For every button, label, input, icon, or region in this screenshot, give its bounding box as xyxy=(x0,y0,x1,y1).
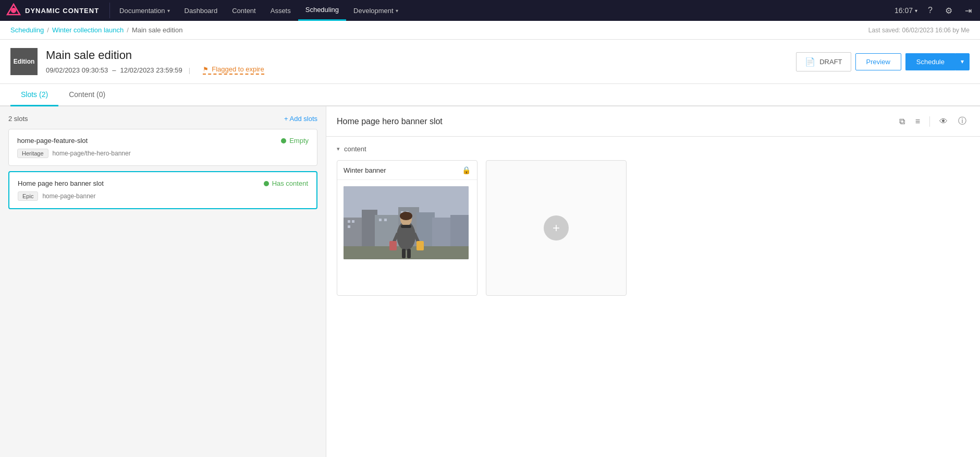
nav-item-content[interactable]: Content xyxy=(225,0,263,21)
right-panel: Home page hero banner slot ⧉ ≡ 👁 ⓘ ▾ con… xyxy=(326,106,980,457)
list-icon-button[interactable]: ≡ xyxy=(912,115,923,128)
slot-status-label: Empty xyxy=(289,137,309,145)
date-end: 12/02/2023 23:59:59 xyxy=(120,66,182,74)
status-indicator xyxy=(264,181,269,186)
svg-rect-12 xyxy=(348,225,350,228)
content-section-label: content xyxy=(344,145,366,153)
slot-status: Empty xyxy=(281,137,309,145)
schedule-button[interactable]: Schedule xyxy=(905,53,955,70)
right-panel-actions: ⧉ ≡ 👁 ⓘ xyxy=(896,114,970,129)
content-collapse-header[interactable]: ▾ content xyxy=(337,145,970,153)
chevron-down-icon: ▾ xyxy=(915,8,917,14)
slot-path: home-page/the-hero-banner xyxy=(53,150,131,157)
brand: DYNAMIC CONTENT xyxy=(6,3,99,18)
slot-status-label: Has content xyxy=(272,179,308,187)
breadcrumb-separator: / xyxy=(127,26,129,34)
content-card-header: Winter banner 🔒 xyxy=(337,161,477,180)
svg-point-1 xyxy=(11,8,16,13)
lock-icon: 🔒 xyxy=(462,166,471,174)
slots-header: 2 slots + Add slots xyxy=(8,115,317,123)
nav-divider xyxy=(109,3,110,18)
last-saved-text: Last saved: 06/02/2023 16:06 by Me xyxy=(868,27,970,34)
svg-rect-10 xyxy=(348,220,350,223)
chevron-down-icon: ▾ xyxy=(167,8,170,14)
page-title: Main sale edition xyxy=(46,49,796,62)
brand-name: DYNAMIC CONTENT xyxy=(25,7,99,15)
add-content-button[interactable]: + xyxy=(544,215,569,240)
content-section: ▾ content Winter banner 🔒 xyxy=(326,137,980,304)
slot-card-header: Home page hero banner slot Has content xyxy=(18,179,308,187)
content-card-winter-banner[interactable]: Winter banner 🔒 xyxy=(337,160,477,296)
copy-icon-button[interactable]: ⧉ xyxy=(896,115,908,128)
nav-item-documentation[interactable]: Documentation ▾ xyxy=(112,0,177,21)
svg-rect-14 xyxy=(384,219,387,221)
top-navigation: DYNAMIC CONTENT Documentation ▾ Dashboar… xyxy=(0,0,980,21)
nav-item-dashboard[interactable]: Dashboard xyxy=(177,0,225,21)
nav-right: 16:07 ▾ ? ⚙ ⇥ xyxy=(895,4,974,18)
tab-slots[interactable]: Slots (2) xyxy=(10,84,58,106)
svg-rect-26 xyxy=(402,249,406,258)
slot-status: Has content xyxy=(264,179,308,187)
slot-tag: Epic xyxy=(18,191,38,201)
vertical-divider xyxy=(929,116,930,127)
slot-tag: Heritage xyxy=(17,149,48,158)
svg-rect-25 xyxy=(416,241,424,250)
add-content-card[interactable]: + xyxy=(486,160,627,296)
slot-card-header: home-page-feature-slot Empty xyxy=(17,137,309,145)
chevron-down-icon: ▾ xyxy=(396,8,398,14)
nav-items: Documentation ▾ Dashboard Content Assets… xyxy=(112,0,895,21)
info-icon-button[interactable]: ⓘ xyxy=(955,114,970,129)
nav-item-assets[interactable]: Assets xyxy=(263,0,298,21)
view-icon-button[interactable]: 👁 xyxy=(936,115,951,128)
add-slots-button[interactable]: + Add slots xyxy=(284,115,317,123)
schedule-button-group: Schedule ▾ xyxy=(905,53,970,70)
page-header-info: Main sale edition 09/02/2023 09:30:53 – … xyxy=(46,49,796,75)
draft-button[interactable]: 📄 DRAFT xyxy=(796,52,851,71)
svg-rect-21 xyxy=(401,225,411,228)
help-icon-button[interactable]: ? xyxy=(926,4,935,17)
slot-card-feature[interactable]: home-page-feature-slot Empty Heritage ho… xyxy=(8,129,317,166)
left-panel: 2 slots + Add slots home-page-feature-sl… xyxy=(0,106,326,457)
edition-icon: Edition xyxy=(10,48,38,75)
nav-time: 16:07 ▾ xyxy=(895,6,917,15)
content-card-body xyxy=(337,180,477,284)
schedule-dropdown-button[interactable]: ▾ xyxy=(955,53,970,70)
winter-banner-image xyxy=(344,186,469,259)
tab-content[interactable]: Content (0) xyxy=(58,84,116,106)
preview-button[interactable]: Preview xyxy=(855,53,901,70)
svg-rect-23 xyxy=(389,241,397,250)
slots-count: 2 slots xyxy=(8,115,284,123)
slot-tags: Epic home-page-banner xyxy=(18,191,308,201)
breadcrumb-scheduling[interactable]: Scheduling xyxy=(10,26,44,34)
plus-icon: + xyxy=(553,221,560,235)
settings-icon-button[interactable]: ⚙ xyxy=(943,4,954,18)
page-dates: 09/02/2023 09:30:53 – 12/02/2023 23:59:5… xyxy=(46,65,796,75)
svg-rect-13 xyxy=(379,219,382,221)
date-separator: – xyxy=(112,66,116,74)
slot-name: home-page-feature-slot xyxy=(17,137,281,145)
content-image xyxy=(344,186,469,259)
nav-item-scheduling[interactable]: Scheduling xyxy=(298,0,346,21)
status-indicator xyxy=(281,138,286,143)
logout-icon-button[interactable]: ⇥ xyxy=(963,4,974,18)
breadcrumb-current: Main sale edition xyxy=(132,26,183,34)
breadcrumb-winter-collection[interactable]: Winter collection launch xyxy=(52,26,124,34)
right-panel-header: Home page hero banner slot ⧉ ≡ 👁 ⓘ xyxy=(326,106,980,137)
svg-point-20 xyxy=(400,212,412,220)
svg-rect-11 xyxy=(352,220,354,223)
content-card-title: Winter banner xyxy=(344,166,462,174)
date-start: 09/02/2023 09:30:53 xyxy=(46,66,108,74)
slot-name: Home page hero banner slot xyxy=(18,179,264,187)
tabs-bar: Slots (2) Content (0) xyxy=(0,84,980,106)
chevron-down-icon: ▾ xyxy=(337,146,340,152)
breadcrumb: Scheduling / Winter collection launch / … xyxy=(0,21,980,40)
nav-item-development[interactable]: Development ▾ xyxy=(346,0,406,21)
page-header: Edition Main sale edition 09/02/2023 09:… xyxy=(0,40,980,84)
slot-card-hero[interactable]: Home page hero banner slot Has content E… xyxy=(8,171,317,209)
slot-path: home-page-banner xyxy=(42,193,95,200)
right-panel-title: Home page hero banner slot xyxy=(337,117,896,126)
flagged-expire-badge: ⚑ Flagged to expire xyxy=(203,65,264,75)
main-layout: 2 slots + Add slots home-page-feature-sl… xyxy=(0,106,980,457)
content-items: Winter banner 🔒 xyxy=(337,160,970,296)
svg-rect-27 xyxy=(407,249,411,258)
